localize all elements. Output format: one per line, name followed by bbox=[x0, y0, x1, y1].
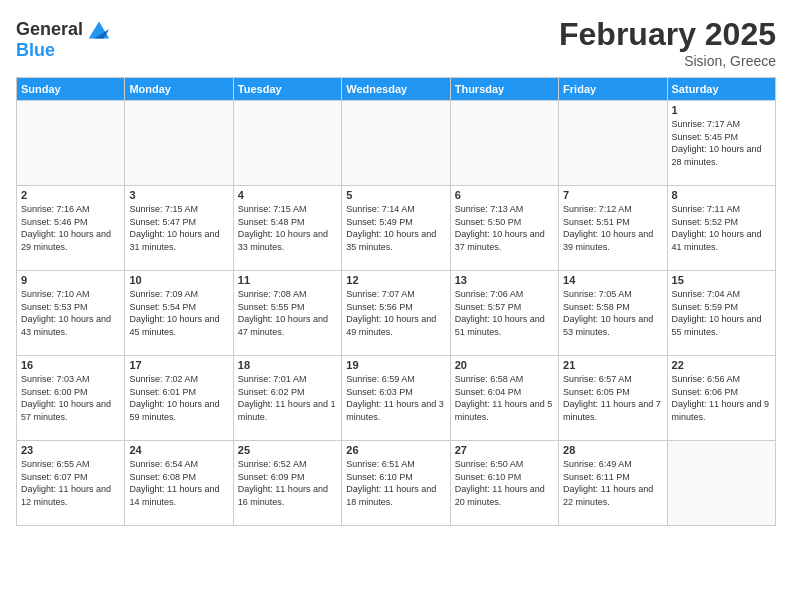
calendar-cell bbox=[559, 101, 667, 186]
day-number: 13 bbox=[455, 274, 554, 286]
calendar-cell: 17Sunrise: 7:02 AM Sunset: 6:01 PM Dayli… bbox=[125, 356, 233, 441]
day-number: 24 bbox=[129, 444, 228, 456]
day-number: 27 bbox=[455, 444, 554, 456]
day-number: 11 bbox=[238, 274, 337, 286]
calendar-cell: 22Sunrise: 6:56 AM Sunset: 6:06 PM Dayli… bbox=[667, 356, 775, 441]
calendar-week-row: 2Sunrise: 7:16 AM Sunset: 5:46 PM Daylig… bbox=[17, 186, 776, 271]
calendar-cell: 3Sunrise: 7:15 AM Sunset: 5:47 PM Daylig… bbox=[125, 186, 233, 271]
calendar-week-row: 9Sunrise: 7:10 AM Sunset: 5:53 PM Daylig… bbox=[17, 271, 776, 356]
day-detail: Sunrise: 7:09 AM Sunset: 5:54 PM Dayligh… bbox=[129, 288, 228, 338]
day-detail: Sunrise: 7:02 AM Sunset: 6:01 PM Dayligh… bbox=[129, 373, 228, 423]
day-number: 10 bbox=[129, 274, 228, 286]
calendar-cell: 9Sunrise: 7:10 AM Sunset: 5:53 PM Daylig… bbox=[17, 271, 125, 356]
day-detail: Sunrise: 7:15 AM Sunset: 5:48 PM Dayligh… bbox=[238, 203, 337, 253]
day-detail: Sunrise: 6:51 AM Sunset: 6:10 PM Dayligh… bbox=[346, 458, 445, 508]
logo-text: General bbox=[16, 20, 83, 40]
day-detail: Sunrise: 7:16 AM Sunset: 5:46 PM Dayligh… bbox=[21, 203, 120, 253]
day-number: 8 bbox=[672, 189, 771, 201]
day-number: 16 bbox=[21, 359, 120, 371]
day-detail: Sunrise: 7:06 AM Sunset: 5:57 PM Dayligh… bbox=[455, 288, 554, 338]
column-header-sunday: Sunday bbox=[17, 78, 125, 101]
day-number: 2 bbox=[21, 189, 120, 201]
calendar-cell: 10Sunrise: 7:09 AM Sunset: 5:54 PM Dayli… bbox=[125, 271, 233, 356]
day-detail: Sunrise: 6:59 AM Sunset: 6:03 PM Dayligh… bbox=[346, 373, 445, 423]
day-number: 1 bbox=[672, 104, 771, 116]
calendar-cell: 14Sunrise: 7:05 AM Sunset: 5:58 PM Dayli… bbox=[559, 271, 667, 356]
calendar-cell: 24Sunrise: 6:54 AM Sunset: 6:08 PM Dayli… bbox=[125, 441, 233, 526]
logo: General Blue bbox=[16, 16, 113, 61]
calendar-cell: 5Sunrise: 7:14 AM Sunset: 5:49 PM Daylig… bbox=[342, 186, 450, 271]
day-detail: Sunrise: 7:11 AM Sunset: 5:52 PM Dayligh… bbox=[672, 203, 771, 253]
day-number: 14 bbox=[563, 274, 662, 286]
day-detail: Sunrise: 6:57 AM Sunset: 6:05 PM Dayligh… bbox=[563, 373, 662, 423]
calendar-week-row: 1Sunrise: 7:17 AM Sunset: 5:45 PM Daylig… bbox=[17, 101, 776, 186]
day-detail: Sunrise: 7:12 AM Sunset: 5:51 PM Dayligh… bbox=[563, 203, 662, 253]
day-number: 23 bbox=[21, 444, 120, 456]
day-detail: Sunrise: 7:04 AM Sunset: 5:59 PM Dayligh… bbox=[672, 288, 771, 338]
day-number: 18 bbox=[238, 359, 337, 371]
day-detail: Sunrise: 7:01 AM Sunset: 6:02 PM Dayligh… bbox=[238, 373, 337, 423]
calendar-cell: 15Sunrise: 7:04 AM Sunset: 5:59 PM Dayli… bbox=[667, 271, 775, 356]
day-detail: Sunrise: 6:49 AM Sunset: 6:11 PM Dayligh… bbox=[563, 458, 662, 508]
day-detail: Sunrise: 6:55 AM Sunset: 6:07 PM Dayligh… bbox=[21, 458, 120, 508]
calendar-cell bbox=[450, 101, 558, 186]
calendar-cell: 12Sunrise: 7:07 AM Sunset: 5:56 PM Dayli… bbox=[342, 271, 450, 356]
column-header-saturday: Saturday bbox=[667, 78, 775, 101]
column-header-tuesday: Tuesday bbox=[233, 78, 341, 101]
day-detail: Sunrise: 6:50 AM Sunset: 6:10 PM Dayligh… bbox=[455, 458, 554, 508]
column-header-monday: Monday bbox=[125, 78, 233, 101]
location: Sision, Greece bbox=[559, 53, 776, 69]
calendar-cell bbox=[233, 101, 341, 186]
calendar-cell: 6Sunrise: 7:13 AM Sunset: 5:50 PM Daylig… bbox=[450, 186, 558, 271]
calendar-cell bbox=[125, 101, 233, 186]
day-number: 20 bbox=[455, 359, 554, 371]
day-detail: Sunrise: 7:10 AM Sunset: 5:53 PM Dayligh… bbox=[21, 288, 120, 338]
day-detail: Sunrise: 7:08 AM Sunset: 5:55 PM Dayligh… bbox=[238, 288, 337, 338]
day-detail: Sunrise: 7:03 AM Sunset: 6:00 PM Dayligh… bbox=[21, 373, 120, 423]
day-number: 12 bbox=[346, 274, 445, 286]
calendar-week-row: 16Sunrise: 7:03 AM Sunset: 6:00 PM Dayli… bbox=[17, 356, 776, 441]
calendar-cell: 7Sunrise: 7:12 AM Sunset: 5:51 PM Daylig… bbox=[559, 186, 667, 271]
day-detail: Sunrise: 7:14 AM Sunset: 5:49 PM Dayligh… bbox=[346, 203, 445, 253]
day-number: 15 bbox=[672, 274, 771, 286]
calendar-cell: 28Sunrise: 6:49 AM Sunset: 6:11 PM Dayli… bbox=[559, 441, 667, 526]
day-detail: Sunrise: 7:05 AM Sunset: 5:58 PM Dayligh… bbox=[563, 288, 662, 338]
day-number: 3 bbox=[129, 189, 228, 201]
day-number: 22 bbox=[672, 359, 771, 371]
calendar-cell: 2Sunrise: 7:16 AM Sunset: 5:46 PM Daylig… bbox=[17, 186, 125, 271]
day-number: 26 bbox=[346, 444, 445, 456]
calendar-cell: 11Sunrise: 7:08 AM Sunset: 5:55 PM Dayli… bbox=[233, 271, 341, 356]
column-header-friday: Friday bbox=[559, 78, 667, 101]
calendar: SundayMondayTuesdayWednesdayThursdayFrid… bbox=[16, 77, 776, 526]
day-number: 7 bbox=[563, 189, 662, 201]
calendar-cell bbox=[667, 441, 775, 526]
month-title: February 2025 bbox=[559, 16, 776, 53]
logo-icon bbox=[85, 16, 113, 44]
calendar-cell: 23Sunrise: 6:55 AM Sunset: 6:07 PM Dayli… bbox=[17, 441, 125, 526]
calendar-cell: 4Sunrise: 7:15 AM Sunset: 5:48 PM Daylig… bbox=[233, 186, 341, 271]
column-header-thursday: Thursday bbox=[450, 78, 558, 101]
day-detail: Sunrise: 7:17 AM Sunset: 5:45 PM Dayligh… bbox=[672, 118, 771, 168]
column-header-wednesday: Wednesday bbox=[342, 78, 450, 101]
day-number: 19 bbox=[346, 359, 445, 371]
calendar-cell bbox=[342, 101, 450, 186]
calendar-cell: 27Sunrise: 6:50 AM Sunset: 6:10 PM Dayli… bbox=[450, 441, 558, 526]
calendar-cell: 19Sunrise: 6:59 AM Sunset: 6:03 PM Dayli… bbox=[342, 356, 450, 441]
calendar-week-row: 23Sunrise: 6:55 AM Sunset: 6:07 PM Dayli… bbox=[17, 441, 776, 526]
day-number: 9 bbox=[21, 274, 120, 286]
day-number: 28 bbox=[563, 444, 662, 456]
day-detail: Sunrise: 7:13 AM Sunset: 5:50 PM Dayligh… bbox=[455, 203, 554, 253]
day-detail: Sunrise: 7:15 AM Sunset: 5:47 PM Dayligh… bbox=[129, 203, 228, 253]
day-detail: Sunrise: 6:56 AM Sunset: 6:06 PM Dayligh… bbox=[672, 373, 771, 423]
day-number: 25 bbox=[238, 444, 337, 456]
calendar-cell: 25Sunrise: 6:52 AM Sunset: 6:09 PM Dayli… bbox=[233, 441, 341, 526]
day-detail: Sunrise: 6:52 AM Sunset: 6:09 PM Dayligh… bbox=[238, 458, 337, 508]
day-detail: Sunrise: 7:07 AM Sunset: 5:56 PM Dayligh… bbox=[346, 288, 445, 338]
day-number: 21 bbox=[563, 359, 662, 371]
calendar-cell: 20Sunrise: 6:58 AM Sunset: 6:04 PM Dayli… bbox=[450, 356, 558, 441]
calendar-header-row: SundayMondayTuesdayWednesdayThursdayFrid… bbox=[17, 78, 776, 101]
calendar-cell: 16Sunrise: 7:03 AM Sunset: 6:00 PM Dayli… bbox=[17, 356, 125, 441]
page-header: General Blue February 2025 Sision, Greec… bbox=[16, 16, 776, 69]
calendar-cell bbox=[17, 101, 125, 186]
day-detail: Sunrise: 6:54 AM Sunset: 6:08 PM Dayligh… bbox=[129, 458, 228, 508]
